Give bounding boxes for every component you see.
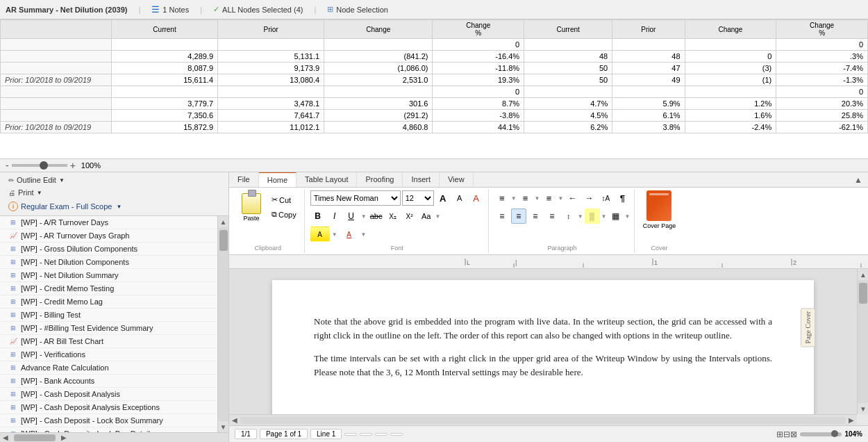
font-family-select[interactable]: Times New Roman Arial Calibri bbox=[310, 190, 401, 206]
sort-button[interactable]: ↕A bbox=[598, 190, 613, 206]
grow-font-button[interactable]: A bbox=[435, 190, 451, 206]
borders-button[interactable]: ▦ bbox=[608, 208, 624, 224]
header-current1: Current bbox=[112, 20, 218, 39]
table-icon: ⊞ bbox=[8, 363, 18, 373]
highlight-button[interactable]: A bbox=[310, 227, 330, 242]
list-item[interactable]: ⊞ [WP] - Cash Deposit - Lock Box Summary bbox=[0, 414, 217, 427]
strikethrough-button[interactable]: abc bbox=[369, 208, 384, 224]
list-item[interactable]: ⊞ [WP] - Net Dilution Components bbox=[0, 256, 217, 269]
doc-h-left[interactable]: ◀ bbox=[229, 415, 240, 426]
font-color-button[interactable]: A bbox=[340, 227, 359, 242]
shrink-font-button[interactable]: A bbox=[452, 190, 467, 206]
print-button[interactable]: 🖨 Print ▼ bbox=[6, 188, 45, 197]
font-size-select[interactable]: 12 10 11 14 bbox=[402, 190, 434, 206]
scroll-down-arrow[interactable]: ▼ bbox=[218, 421, 229, 432]
zoom-minus[interactable]: - bbox=[6, 160, 9, 171]
ruler-svg: L | 1 2 3 | ▶ bbox=[229, 255, 868, 269]
tab-table-layout[interactable]: Table Layout bbox=[297, 172, 357, 187]
list-item[interactable]: ⊞ [WP] - Billing Test bbox=[0, 309, 217, 322]
list-item[interactable]: ⊞ [WP] - A/R Turnover Days bbox=[0, 216, 217, 229]
doc-paragraph-1: Note that the above grid is embedded int… bbox=[314, 315, 772, 342]
tab-proofing[interactable]: Proofing bbox=[357, 172, 403, 187]
outline-edit-button[interactable]: ✏ Outline Edit ▼ bbox=[6, 175, 67, 185]
left-h-scroll[interactable]: ◀ ▶ bbox=[0, 432, 228, 442]
tab-home[interactable]: Home bbox=[259, 172, 297, 187]
paste-button[interactable]: Paste bbox=[236, 190, 267, 224]
increase-indent-button[interactable]: → bbox=[581, 190, 596, 206]
clear-format-button[interactable]: A bbox=[469, 190, 484, 206]
status-field2 bbox=[360, 433, 372, 436]
outline-edit-dropdown-icon: ▼ bbox=[59, 177, 65, 183]
align-center-button[interactable]: ≡ bbox=[511, 208, 526, 224]
node-selection[interactable]: ⊞ Node Selection bbox=[327, 5, 388, 14]
h-scroll-left-arrow[interactable]: ◀ bbox=[0, 432, 11, 443]
exam-header: i Regular Exam - Full Scope ▼ bbox=[6, 200, 223, 213]
table-row: 0 0 bbox=[1, 86, 868, 98]
superscript-button[interactable]: X² bbox=[402, 208, 417, 224]
list-item[interactable]: ⊞ [WP] - Credit Memo Testing bbox=[0, 282, 217, 295]
spreadsheet-wrapper: Current Prior Change Change% Current Pri… bbox=[0, 19, 868, 171]
change-case-button[interactable]: Aa bbox=[419, 208, 434, 224]
header-prior2: Prior bbox=[612, 20, 685, 39]
scroll-up-arrow[interactable]: ▲ bbox=[218, 216, 229, 227]
outline-scrollbar[interactable]: ▲ ▼ bbox=[217, 216, 228, 432]
list-item[interactable]: ⊞ Advance Rate Calculation bbox=[0, 361, 217, 375]
list-item[interactable]: ⊞ [WP] - Cash Deposit Analysis Exception… bbox=[0, 401, 217, 414]
list-item[interactable]: ⊞ [WP] - Gross Dilution Components bbox=[0, 243, 217, 256]
cut-button[interactable]: ✂ Cut bbox=[268, 193, 300, 206]
h-scroll-thumb[interactable] bbox=[14, 434, 56, 441]
cover-page-button[interactable]: Cover Page bbox=[640, 190, 678, 229]
bold-button[interactable]: B bbox=[310, 208, 326, 224]
doc-scroll-up[interactable]: ▲ bbox=[858, 269, 868, 280]
list-item[interactable]: ⊞ [WP] - Cash Deposit - Lock Box Detail bbox=[0, 427, 217, 432]
table-row: Prior: 10/2018 to 09/2019 15,611.413,080… bbox=[1, 74, 868, 86]
notes-indicator[interactable]: ☰ 1 Notes bbox=[151, 4, 189, 15]
list-item[interactable]: 📈 [WP] - AR Bill Test Chart bbox=[0, 335, 217, 348]
zoom-slider[interactable] bbox=[12, 164, 67, 167]
page-num-indicator: 1/1 bbox=[235, 429, 257, 439]
zoom-slider-small[interactable] bbox=[800, 432, 842, 436]
list-item[interactable]: ⊞ [WP] - Cash Deposit Analysis bbox=[0, 388, 217, 401]
table-icon: ⊞ bbox=[8, 244, 18, 254]
right-panel: File Home Table Layout Proofing Insert V… bbox=[229, 172, 868, 442]
align-right-button[interactable]: ≡ bbox=[528, 208, 543, 224]
multilevel-button[interactable]: ≡ bbox=[542, 190, 557, 206]
doc-vscroll[interactable]: ▲ ▼ bbox=[857, 269, 868, 414]
doc-hscroll[interactable]: ◀ ▶ bbox=[229, 414, 857, 425]
decrease-indent-button[interactable]: ← bbox=[565, 190, 580, 206]
svg-text:1: 1 bbox=[654, 259, 658, 266]
list-item[interactable]: ⊞ [WP] - Credit Memo Lag bbox=[0, 295, 217, 309]
nodes-indicator[interactable]: ✓ ALL Nodes Selected (4) bbox=[213, 5, 303, 14]
doc-area[interactable]: Page Cover Note that the above grid is e… bbox=[229, 269, 857, 414]
list-item[interactable]: ⊞ [WP] - Net Dilution Summary bbox=[0, 269, 217, 282]
exam-dropdown-icon: ▼ bbox=[116, 204, 122, 210]
show-marks-button[interactable]: ¶ bbox=[615, 190, 630, 206]
line-spacing-button[interactable]: ↕ bbox=[561, 208, 576, 224]
tab-insert[interactable]: Insert bbox=[403, 172, 440, 187]
underline-button[interactable]: U bbox=[344, 208, 359, 224]
numbering-button[interactable]: ≡ bbox=[518, 190, 533, 206]
h-scroll-right-arrow[interactable]: ▶ bbox=[58, 432, 69, 443]
table-icon: ⊞ bbox=[8, 218, 18, 227]
subscript-button[interactable]: X₂ bbox=[385, 208, 401, 224]
copy-button[interactable]: ⧉ Copy bbox=[268, 208, 300, 221]
list-item[interactable]: ⊞ [WP] - #Billing Test Evidence Summary bbox=[0, 322, 217, 335]
ribbon-collapse-button[interactable]: ▲ bbox=[854, 175, 862, 185]
list-item[interactable]: ⊞ [WP] - Verifications bbox=[0, 348, 217, 361]
tab-file[interactable]: File bbox=[229, 172, 259, 187]
zoom-plus[interactable]: + bbox=[70, 160, 76, 171]
align-left-button[interactable]: ≡ bbox=[494, 208, 510, 224]
italic-button[interactable]: I bbox=[327, 208, 342, 224]
list-item[interactable]: ⊞ [WP] - Bank Accounts bbox=[0, 375, 217, 388]
outline-edit-icon: ✏ bbox=[8, 177, 14, 184]
doc-h-right[interactable]: ▶ bbox=[846, 415, 857, 426]
shading-button[interactable]: ░ bbox=[585, 208, 600, 224]
doc-scroll-down[interactable]: ▼ bbox=[858, 403, 868, 414]
justify-button[interactable]: ≡ bbox=[544, 208, 560, 224]
tab-view[interactable]: View bbox=[440, 172, 474, 187]
copy-icon: ⧉ bbox=[272, 210, 277, 219]
table-icon: ⊞ bbox=[8, 376, 18, 386]
header-prior1: Prior bbox=[218, 20, 324, 39]
bullets-button[interactable]: ≡ bbox=[494, 190, 510, 206]
list-item[interactable]: 📈 [WP] - AR Turnover Days Graph bbox=[0, 229, 217, 243]
